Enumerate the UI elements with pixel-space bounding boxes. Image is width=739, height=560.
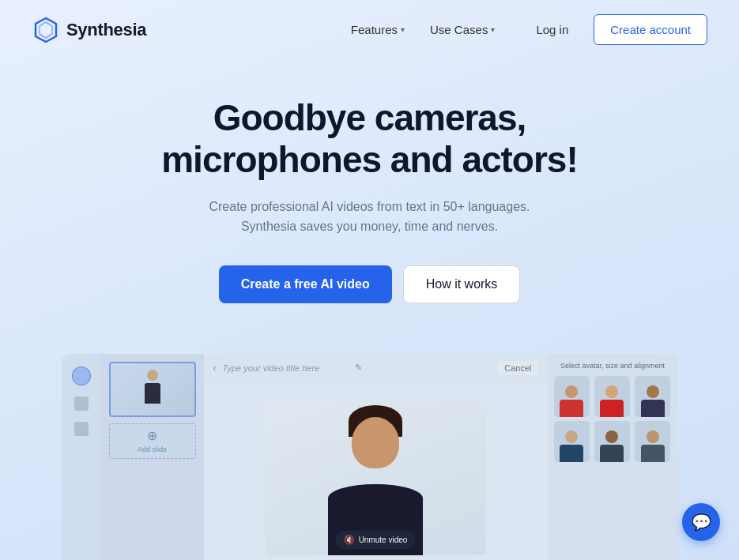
speaker-icon: 🔇 <box>344 535 355 545</box>
avatar-vincent-body <box>641 400 665 417</box>
hero-title-line1: Goodbye cameras, <box>213 97 526 138</box>
topbar-back-icon[interactable]: ‹ <box>213 363 217 374</box>
avatar-extra-head <box>647 430 659 443</box>
nav-use-cases[interactable]: Use Cases ▾ <box>430 23 495 36</box>
avatar-vincent-head <box>647 385 659 398</box>
logo-icon <box>32 16 60 44</box>
navbar: Synthesia Features ▾ Use Cases ▾ Log in … <box>0 0 739 59</box>
preview-video-area: 🔇 Unmute video <box>204 382 548 560</box>
cta-secondary-button[interactable]: How it works <box>403 265 521 303</box>
topbar-cancel-button[interactable]: Cancel <box>498 361 537 375</box>
chat-button[interactable]: 💬 <box>682 503 720 541</box>
avatar-grid: Anna Mia Vincent <box>554 376 672 462</box>
hero-subtitle-line1: Create professional AI videos from text … <box>209 200 530 213</box>
sidebar-avatar-icon[interactable] <box>74 422 89 436</box>
slide-avatar <box>141 370 164 409</box>
avatar-extra-body <box>641 445 665 462</box>
slide-avatar-head <box>147 370 158 381</box>
video-frame: 🔇 Unmute video <box>265 401 486 555</box>
create-account-button[interactable]: Create account <box>594 14 707 45</box>
chat-icon: 💬 <box>692 513 711 532</box>
unmute-badge[interactable]: 🔇 Unmute video <box>336 531 416 549</box>
presenter-head <box>352 417 399 468</box>
logo-text: Synthesia <box>66 20 146 40</box>
add-slide-label: Add slide <box>138 445 167 453</box>
nav-features[interactable]: Features ▾ <box>351 23 405 36</box>
login-button[interactable]: Log in <box>520 15 584 44</box>
preview-slides: ⊕ Add slide <box>101 354 204 560</box>
nav-actions: Log in Create account <box>520 14 707 45</box>
avatar-card-mia[interactable]: Mia <box>594 376 630 417</box>
topbar-title[interactable]: Type your video title here <box>223 363 346 373</box>
preview-avatars: Select avatar, size and alignment Anna M <box>548 354 678 560</box>
avatar-jonathan-body <box>600 445 624 462</box>
logo[interactable]: Synthesia <box>32 16 146 44</box>
avatar-card-vincent[interactable]: Vincent <box>635 376 670 417</box>
slide-thumbnail-1[interactable] <box>109 362 196 417</box>
avatar-jonathan-head <box>605 430 618 443</box>
cta-primary-button[interactable]: Create a free AI video <box>219 265 392 303</box>
sidebar-play-icon[interactable] <box>74 397 89 411</box>
avatar-gloria-head <box>565 430 578 443</box>
avatars-panel-title: Select avatar, size and alignment <box>554 362 672 370</box>
features-chevron: ▾ <box>401 25 405 34</box>
hero-section: Goodbye cameras, microphones and actors!… <box>0 59 739 354</box>
avatar-anna-head <box>565 385 578 398</box>
slide-avatar-body <box>145 383 160 404</box>
add-slide-plus-icon: ⊕ <box>147 428 157 443</box>
avatar-anna-body <box>560 400 583 417</box>
use-cases-chevron: ▾ <box>491 25 495 34</box>
hero-title-line2: microphones and actors! <box>161 139 578 180</box>
avatar-gloria-body <box>560 445 583 462</box>
nav-links: Features ▾ Use Cases ▾ <box>351 23 496 36</box>
avatar-card-gloria[interactable]: Gloria <box>554 421 590 462</box>
preview-topbar: ‹ Type your video title here ✎ Cancel <box>204 354 548 382</box>
hero-title: Goodbye cameras, microphones and actors! <box>16 97 723 181</box>
avatar-mia-head <box>605 385 618 398</box>
avatar-card-jonathan[interactable]: Jonathan <box>594 421 630 462</box>
avatar-card-anna[interactable]: Anna <box>554 376 590 417</box>
preview-main: ‹ Type your video title here ✎ Cancel 🔇 <box>204 354 548 560</box>
topbar-edit-icon[interactable]: ✎ <box>355 363 362 373</box>
sidebar-logo-icon <box>72 366 91 385</box>
app-preview-wrapper: ⊕ Add slide ‹ Type your video title here… <box>0 354 739 560</box>
use-cases-label: Use Cases <box>430 23 488 36</box>
avatar-card-extra[interactable]: ··· <box>635 421 670 462</box>
app-preview: ⊕ Add slide ‹ Type your video title here… <box>62 354 678 560</box>
hero-subtitle: Create professional AI videos from text … <box>16 197 723 237</box>
avatar-mia-body <box>600 400 624 417</box>
hero-subtitle-line2: Synthesia saves you money, time and nerv… <box>241 220 498 233</box>
preview-sidebar <box>62 354 101 560</box>
features-label: Features <box>351 23 398 36</box>
add-slide-button[interactable]: ⊕ Add slide <box>109 423 196 459</box>
hero-buttons: Create a free AI video How it works <box>16 265 723 303</box>
unmute-label: Unmute video <box>359 536 408 544</box>
